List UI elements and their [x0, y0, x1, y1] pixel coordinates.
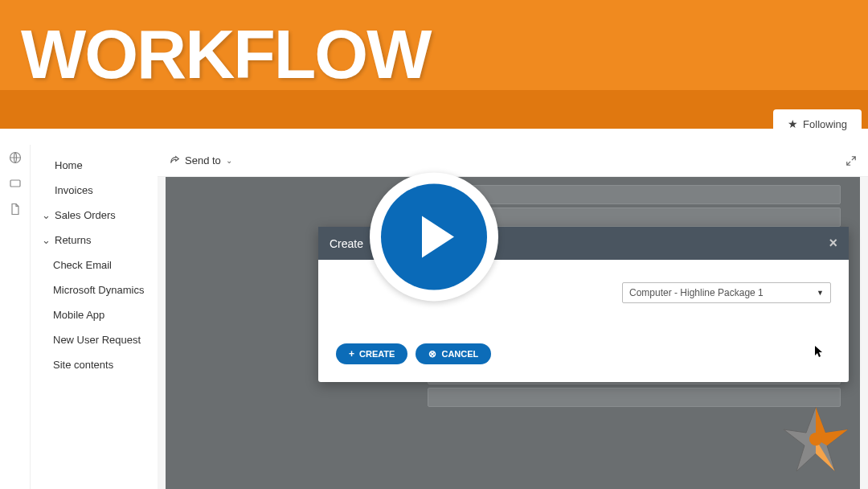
caret-down-icon: ▼ [817, 289, 824, 297]
play-icon [381, 183, 487, 290]
cancel-icon: ⊗ [428, 348, 436, 360]
modal-footer: + CREATE ⊗ CANCEL [318, 332, 849, 382]
cancel-button[interactable]: ⊗ CANCEL [416, 343, 491, 364]
play-button[interactable] [370, 172, 498, 301]
following-label: Following [803, 118, 847, 130]
chevron-down-icon: ⌄ [226, 156, 232, 165]
sidebar-item-check-email[interactable]: Check Email [31, 253, 158, 277]
sidebar-item-invoices[interactable]: Invoices [31, 178, 158, 203]
content-area: Bill- Ship-to Zip 92832 ITEM NUMBER GROU… [166, 177, 860, 489]
banner-title: WORKFLOW [21, 14, 430, 94]
send-to-label: Send to [185, 154, 221, 166]
sidebar-item-returns[interactable]: ⌄Returns [31, 228, 158, 253]
star-icon: ★ [788, 117, 798, 130]
toolbar: Send to ⌄ [158, 145, 868, 177]
select-value: Computer - Highline Package 1 [629, 287, 764, 298]
chevron-down-icon: ⌄ [42, 209, 50, 221]
main-panel: Send to ⌄ Bill- Ship-to Zip 92832 [158, 145, 868, 489]
sidebar-item-microsoft-dynamics[interactable]: Microsoft Dynamics [31, 277, 158, 302]
svg-rect-1 [10, 180, 20, 187]
brand-logo [772, 399, 860, 483]
modal-title: Create [330, 237, 363, 250]
card-icon[interactable] [9, 177, 22, 190]
sidebar-item-home[interactable]: Home [31, 153, 158, 178]
header-banner: WORKFLOW ★ Following [0, 0, 868, 129]
create-button[interactable]: + CREATE [336, 343, 407, 364]
plus-icon: + [349, 348, 354, 360]
globe-icon[interactable] [9, 151, 22, 164]
chevron-down-icon: ⌄ [42, 234, 50, 246]
icon-rail [0, 145, 31, 489]
sidebar-item-mobile-app[interactable]: Mobile App [31, 302, 158, 327]
sidebar-item-sales-orders[interactable]: ⌄Sales Orders [31, 203, 158, 228]
send-to-menu[interactable]: Send to ⌄ [169, 154, 232, 166]
cursor-icon [815, 346, 825, 361]
product-select[interactable]: Computer - Highline Package 1 ▼ [622, 282, 831, 303]
expand-icon[interactable] [845, 155, 857, 166]
sidebar-nav: Home Invoices ⌄Sales Orders ⌄Returns Che… [31, 145, 158, 489]
sidebar-item-site-contents[interactable]: Site contents [31, 352, 158, 377]
share-icon [169, 155, 180, 166]
sidebar-item-new-user-request[interactable]: New User Request [31, 327, 158, 352]
following-tab[interactable]: ★ Following [773, 109, 862, 138]
svg-point-2 [809, 433, 822, 446]
document-icon[interactable] [9, 203, 22, 216]
close-icon[interactable]: × [829, 235, 837, 252]
